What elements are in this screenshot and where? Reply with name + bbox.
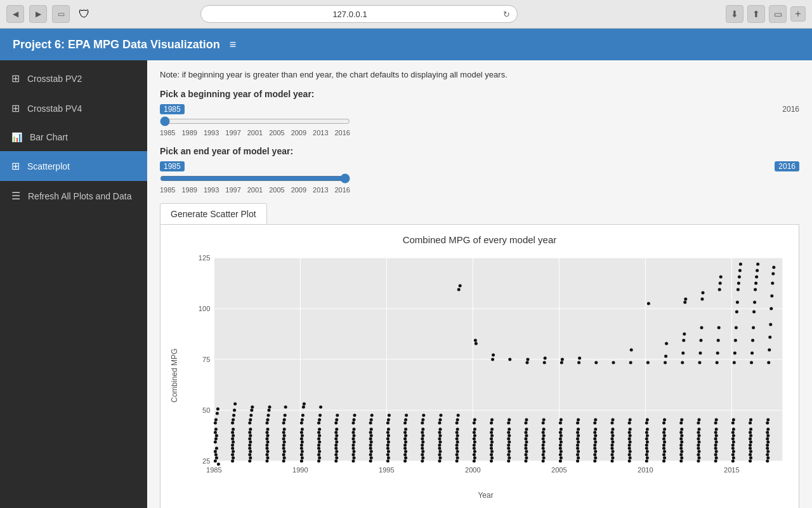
svg-point-96 xyxy=(283,450,286,453)
svg-point-64 xyxy=(249,450,252,453)
sidebar-item-scatterplot[interactable]: ⊞ Scatterplot xyxy=(0,151,147,181)
svg-point-91 xyxy=(282,438,285,441)
svg-point-326 xyxy=(560,434,563,438)
svg-point-203 xyxy=(405,414,408,417)
svg-point-260 xyxy=(473,418,476,422)
svg-point-384 xyxy=(629,434,632,438)
svg-point-415 xyxy=(662,431,665,434)
svg-point-527 xyxy=(754,288,757,291)
generate-scatter-plot-button[interactable]: Generate Scatter Plot xyxy=(160,203,267,225)
svg-point-436 xyxy=(680,457,683,460)
svg-point-125 xyxy=(318,428,321,431)
svg-point-93 xyxy=(282,431,285,434)
svg-point-422 xyxy=(663,418,666,422)
svg-point-231 xyxy=(439,414,442,417)
svg-point-262 xyxy=(475,342,478,345)
svg-point-174 xyxy=(370,418,373,422)
reload-button[interactable]: ↻ xyxy=(499,6,514,22)
svg-point-474 xyxy=(715,457,718,460)
forward-button[interactable]: ▶ xyxy=(29,5,47,23)
svg-point-290 xyxy=(508,418,511,422)
svg-point-528 xyxy=(754,282,757,285)
svg-point-114 xyxy=(300,422,303,425)
layout-button[interactable]: ▭ xyxy=(52,5,70,23)
svg-point-378 xyxy=(611,418,614,422)
svg-point-129 xyxy=(318,457,321,460)
svg-point-498 xyxy=(733,352,737,355)
svg-point-34 xyxy=(215,457,218,460)
svg-point-87 xyxy=(265,460,268,463)
svg-point-66 xyxy=(249,457,252,460)
svg-point-209 xyxy=(421,431,424,434)
sidebar-item-crosstab-pv4[interactable]: ⊞ Crosstab PV4 xyxy=(0,93,147,123)
sidebar-item-bar-chart[interactable]: 📊 Bar Chart xyxy=(0,123,147,151)
split-view-button[interactable]: ▭ xyxy=(769,5,787,23)
svg-point-153 xyxy=(351,431,355,434)
svg-point-51 xyxy=(231,422,234,425)
svg-point-72 xyxy=(251,406,254,409)
svg-point-369 xyxy=(610,438,613,441)
svg-point-127 xyxy=(318,450,321,453)
svg-point-171 xyxy=(369,453,372,457)
svg-point-282 xyxy=(508,434,511,438)
svg-text:1985: 1985 xyxy=(206,466,222,474)
svg-point-60 xyxy=(249,434,252,438)
svg-point-180 xyxy=(387,434,390,438)
svg-point-520 xyxy=(749,418,752,422)
app-title: Project 6: EPA MPG Data Visualization xyxy=(13,38,220,51)
svg-point-306 xyxy=(526,358,529,361)
svg-point-152 xyxy=(352,434,355,438)
sidebar-label-scatterplot: Scatterplot xyxy=(27,161,70,171)
svg-point-249 xyxy=(473,444,476,447)
svg-point-108 xyxy=(300,431,303,434)
svg-point-493 xyxy=(731,453,735,457)
svg-point-207 xyxy=(421,438,424,441)
sidebar-item-refresh[interactable]: ☰ Refresh All Plots and Data xyxy=(0,181,147,211)
svg-point-105 xyxy=(301,441,304,444)
svg-point-471 xyxy=(714,447,717,450)
svg-point-197 xyxy=(403,447,407,450)
svg-point-113 xyxy=(301,457,304,460)
svg-point-445 xyxy=(679,460,683,463)
svg-point-438 xyxy=(680,418,683,422)
svg-point-449 xyxy=(697,434,700,438)
svg-point-121 xyxy=(318,441,321,444)
svg-point-303 xyxy=(524,422,527,425)
share-button[interactable]: ⬆ xyxy=(747,5,765,23)
end-year-slider[interactable] xyxy=(160,173,350,184)
hamburger-button[interactable]: ≡ xyxy=(230,38,237,51)
svg-point-333 xyxy=(559,422,562,425)
app-header: Project 6: EPA MPG Data Visualization ≡ xyxy=(0,29,812,60)
new-tab-button[interactable]: + xyxy=(790,6,806,22)
svg-point-501 xyxy=(735,311,738,314)
svg-point-296 xyxy=(525,434,528,438)
svg-point-142 xyxy=(335,450,338,453)
svg-point-190 xyxy=(386,460,390,463)
svg-point-328 xyxy=(560,428,563,431)
svg-point-57 xyxy=(248,444,251,447)
svg-point-237 xyxy=(455,431,459,434)
svg-point-469 xyxy=(714,431,717,434)
back-button[interactable]: ◀ xyxy=(6,5,24,23)
svg-point-150 xyxy=(352,441,355,444)
svg-point-202 xyxy=(404,418,407,422)
svg-point-491 xyxy=(731,447,735,450)
svg-point-461 xyxy=(700,326,703,330)
download-button[interactable]: ⬇ xyxy=(726,5,743,23)
sidebar-label-refresh: Refresh All Plots and Data xyxy=(28,191,131,201)
url-bar[interactable]: 127.0.0.1 ↻ xyxy=(200,5,518,23)
svg-point-334 xyxy=(560,418,563,422)
svg-point-535 xyxy=(766,438,769,441)
svg-point-399 xyxy=(646,434,649,438)
svg-point-59 xyxy=(248,438,251,441)
svg-point-239 xyxy=(455,447,459,450)
svg-point-196 xyxy=(404,428,407,431)
beginning-year-slider[interactable] xyxy=(160,116,350,126)
svg-point-97 xyxy=(282,453,285,457)
svg-point-70 xyxy=(250,409,253,412)
svg-point-465 xyxy=(714,444,717,447)
svg-point-481 xyxy=(718,288,721,291)
svg-point-487 xyxy=(731,438,735,441)
svg-point-509 xyxy=(749,444,752,447)
sidebar-item-crosstab-pv2[interactable]: ⊞ Crosstab PV2 xyxy=(0,64,147,93)
